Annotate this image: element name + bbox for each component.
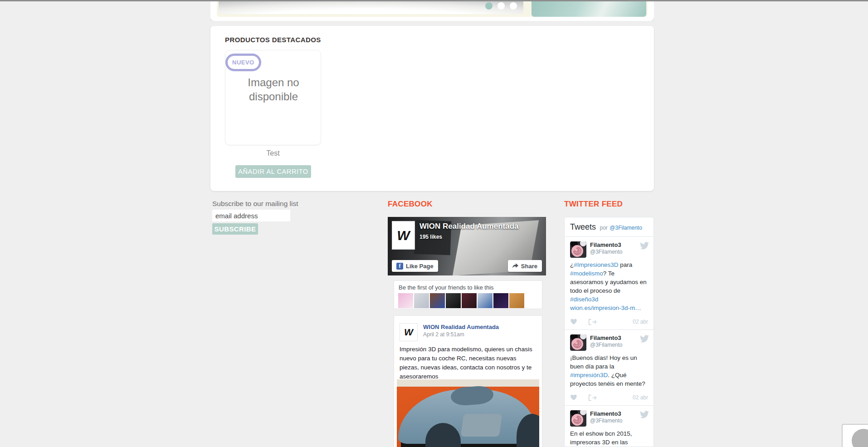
tweet-author-handle[interactable]: @3Filamento <box>590 342 648 348</box>
tweet-text: ¿#Impresiones3D para #modelismo? Te ases… <box>570 260 648 312</box>
newsletter-subscribe-button[interactable]: SUBSCRIBE <box>212 223 258 235</box>
like-heart-icon[interactable] <box>570 318 577 325</box>
friend-avatar <box>462 293 477 308</box>
facebook-page-logo[interactable]: W <box>392 221 415 250</box>
newsletter-label: Subscribe to our mailing list <box>212 200 298 208</box>
tweet-text-segment: para <box>619 261 633 268</box>
tweets-title: Tweets <box>570 222 596 231</box>
twitter-bird-icon[interactable] <box>640 242 649 250</box>
tweet-author-name[interactable]: Filamento3 <box>590 410 648 417</box>
tweet-link[interactable]: wion.es/impresion-3d-m… <box>570 305 641 311</box>
featured-products-heading: PRODUCTOS DESTACADOS <box>225 36 321 44</box>
share-button[interactable]: Share <box>508 260 542 272</box>
tweet-text-segment: ¿ <box>570 261 574 268</box>
tweet-link[interactable]: #Impresiones3D <box>574 261 618 268</box>
tweet-author-avatar[interactable] <box>570 241 586 258</box>
tweet-text: En el eshow bcn 2015, impresoras 3D en l… <box>570 429 648 447</box>
post-author-avatar[interactable]: W <box>400 323 418 341</box>
friend-avatar <box>478 293 493 308</box>
share-arrow-icon <box>512 263 518 269</box>
tweet-text-segment: ¡Buenos días! Hoy es un buen día para la <box>570 354 637 370</box>
tweet-text: ¡Buenos días! Hoy es un buen día para la… <box>570 354 648 388</box>
tweet-author-handle[interactable]: @3Filamento <box>590 418 648 424</box>
product-tile[interactable]: NUEVO Imagen no disponible <box>225 50 321 145</box>
corner-widget-glyph <box>852 429 868 447</box>
facebook-section-heading: FACEBOOK <box>388 200 433 209</box>
tweet: Filamento3@3Filamento¿#Impresiones3D par… <box>565 236 653 329</box>
product-image-placeholder: Imagen no disponible <box>239 75 307 103</box>
tweet-link[interactable]: #modelismo <box>570 270 603 277</box>
tweet-author-avatar[interactable] <box>570 410 586 427</box>
tweet-link[interactable]: #impresión3D <box>570 372 608 378</box>
export-tweet-icon[interactable] <box>588 319 597 325</box>
export-tweet-icon[interactable] <box>588 394 597 401</box>
friends-avatar-row <box>398 293 524 308</box>
corner-widget-button[interactable] <box>842 424 868 447</box>
carousel-next-slide-preview[interactable] <box>532 1 646 17</box>
facebook-friends-box: Be the first of your friends to like thi… <box>394 280 542 309</box>
newsletter-email-input[interactable] <box>212 210 290 221</box>
facebook-page-name[interactable]: WION Realidad Aumentada <box>419 222 519 231</box>
carousel-dot-2[interactable] <box>497 2 505 10</box>
carousel-dot-1[interactable] <box>485 2 493 10</box>
tweet: Filamento3@3FilamentoEn el eshow bcn 201… <box>565 405 653 447</box>
like-heart-icon[interactable] <box>570 394 577 401</box>
new-badge: NUEVO <box>225 54 261 71</box>
facebook-f-icon: f <box>396 263 403 270</box>
tweet-author-handle[interactable]: @3Filamento <box>590 249 648 255</box>
carousel-strip <box>210 1 654 21</box>
tweet-date[interactable]: 02 abr <box>633 319 648 325</box>
twitter-section-heading: TWITTER FEED <box>564 200 623 209</box>
post-text: Impresión 3D para modelismo, quieres un … <box>400 345 536 381</box>
friend-avatar <box>430 293 445 308</box>
carousel-dot-3[interactable] <box>510 2 517 10</box>
twitter-handle-link[interactable]: @3Filamento <box>610 225 642 231</box>
tweet-author-name[interactable]: Filamento3 <box>590 241 648 248</box>
twitter-bird-icon[interactable] <box>640 411 649 418</box>
like-page-button[interactable]: f Like Page <box>392 260 438 272</box>
friend-avatar <box>493 293 508 308</box>
post-author-link[interactable]: WION Realidad Aumentada <box>423 324 499 330</box>
facebook-post: W WION Realidad Aumentada April 2 at 9:5… <box>394 315 542 447</box>
post-image-3d-printed-car[interactable] <box>397 379 539 447</box>
featured-products-card: PRODUCTOS DESTACADOS NUEVO Imagen no dis… <box>210 26 654 191</box>
add-to-cart-button[interactable]: AÑADIR AL CARRITO <box>235 165 311 178</box>
twitter-timeline-widget: Tweets por @3Filamento Filamento3@3Filam… <box>564 217 654 447</box>
facebook-likes-count: 195 likes <box>419 234 442 240</box>
tweet-link[interactable]: #diseño3d <box>570 296 598 303</box>
friend-avatar <box>509 293 524 308</box>
tweet: Filamento3@3Filamento¡Buenos días! Hoy e… <box>565 329 653 405</box>
facebook-cover: W WION Realidad Aumentada 195 likes f Li… <box>388 217 546 275</box>
post-timestamp[interactable]: April 2 at 9:51am <box>423 331 464 338</box>
product-name[interactable]: Test <box>225 149 321 157</box>
like-page-label: Like Page <box>406 263 434 270</box>
friends-prompt-text: Be the first of your friends to like thi… <box>399 284 494 291</box>
page-background: PRODUCTOS DESTACADOS NUEVO Imagen no dis… <box>0 0 868 447</box>
tweets-by-label: por <box>600 225 607 231</box>
tweet-text-segment: En el eshow bcn 2015, impresoras 3D en l… <box>570 430 646 447</box>
carousel-slide-image[interactable] <box>219 1 523 14</box>
twitter-bird-icon[interactable] <box>640 335 649 343</box>
tweet-footer: 02 abr <box>570 318 648 325</box>
car-photo-wall <box>397 379 539 387</box>
tweet-footer: 02 abr <box>570 394 648 401</box>
tweet-author-name[interactable]: Filamento3 <box>590 334 648 341</box>
friend-avatar <box>414 293 429 308</box>
twitter-widget-header: Tweets por @3Filamento <box>565 217 653 236</box>
friend-avatar <box>398 293 413 308</box>
friend-avatar <box>446 293 461 308</box>
share-label: Share <box>521 263 537 270</box>
carousel-dots <box>485 2 517 10</box>
car-photo-side-window <box>461 414 502 437</box>
tweet-date[interactable]: 02 abr <box>633 394 648 401</box>
tweet-author-avatar[interactable] <box>570 334 586 351</box>
